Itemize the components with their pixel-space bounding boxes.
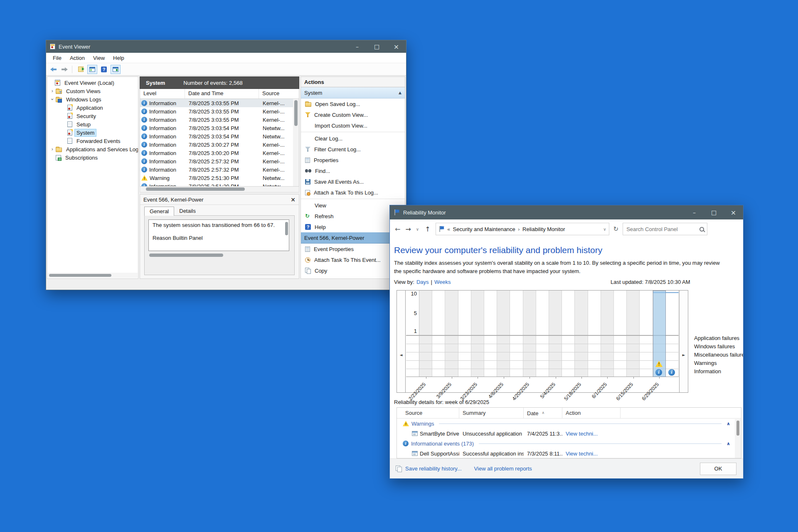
- actions-group-system[interactable]: System▲: [301, 87, 405, 99]
- close-button[interactable]: ×: [724, 205, 743, 219]
- tree-item-forwarded-events[interactable]: Forwarded Events: [47, 137, 138, 145]
- action-create-custom-view[interactable]: Create Custom View...: [301, 109, 405, 120]
- chart-week-column[interactable]: [510, 291, 523, 377]
- tab-general[interactable]: General: [144, 207, 174, 216]
- forward-icon[interactable]: →: [405, 225, 411, 233]
- event-viewer-titlebar[interactable]: Event Viewer – □ ×: [46, 40, 406, 53]
- chart-scroll-right-button[interactable]: ►: [679, 291, 688, 392]
- expanded-expander-icon[interactable]: ›: [49, 96, 55, 103]
- group-row-informational-events-173[interactable]: Informational events (173)∧: [397, 438, 741, 448]
- view-by-weeks-link[interactable]: Weeks: [434, 279, 451, 287]
- breadcrumb-reliability-monitor[interactable]: Reliability Monitor: [522, 226, 565, 232]
- show-action-pane-button[interactable]: [111, 65, 121, 74]
- chart-week-column[interactable]: [627, 291, 640, 377]
- tab-details[interactable]: Details: [174, 207, 201, 215]
- tree-item-subscriptions[interactable]: Subscriptions: [47, 153, 138, 162]
- chart-week-column[interactable]: [562, 291, 575, 377]
- maximize-button[interactable]: □: [367, 40, 387, 53]
- event-row[interactable]: Information7/8/2025 2:57:32 PMKernel-...: [140, 157, 299, 165]
- minimize-button[interactable]: –: [347, 40, 367, 53]
- search-icon[interactable]: [699, 227, 704, 232]
- tree-item-application[interactable]: Application: [47, 103, 138, 112]
- column-header-level[interactable]: Level: [140, 89, 185, 99]
- action-import-custom-view[interactable]: Import Custom View...: [301, 120, 405, 131]
- chart-week-column[interactable]: [445, 291, 458, 377]
- tree-hscroll-thumb[interactable]: [49, 274, 111, 277]
- save-reliability-history-link[interactable]: Save reliability history...: [405, 466, 462, 472]
- information-event-icon[interactable]: [668, 369, 675, 376]
- chart-week-column[interactable]: [484, 291, 497, 377]
- view-all-problem-reports-link[interactable]: View all problem reports: [474, 466, 532, 472]
- group-row-warnings[interactable]: Warnings∧: [397, 419, 741, 429]
- collapse-icon[interactable]: ▲: [399, 91, 401, 95]
- table-vscrollbar[interactable]: [735, 419, 741, 458]
- back-icon[interactable]: [50, 66, 57, 72]
- event-row[interactable]: Information7/8/2025 3:03:55 PMKernel-...: [140, 99, 299, 107]
- menu-help[interactable]: Help: [109, 53, 128, 63]
- tree-item-security[interactable]: Security: [47, 112, 138, 120]
- column-header-source[interactable]: Source: [259, 89, 299, 99]
- tree-item-setup[interactable]: Setup: [47, 120, 138, 128]
- vscroll-thumb[interactable]: [294, 100, 298, 126]
- tree-hscrollbar[interactable]: [48, 273, 138, 278]
- event-row[interactable]: Information7/8/2025 2:57:32 PMKernel-...: [140, 165, 299, 174]
- collapsed-expander-icon[interactable]: ›: [49, 146, 56, 152]
- collapsed-expander-icon[interactable]: ›: [49, 88, 56, 94]
- message-vscroll-thumb[interactable]: [285, 222, 288, 235]
- export-list-button[interactable]: [76, 65, 86, 74]
- collapse-group-icon[interactable]: ∧: [727, 441, 730, 446]
- close-button[interactable]: ×: [387, 40, 406, 53]
- chart-week-column[interactable]: [536, 291, 549, 377]
- event-detail-row[interactable]: SmartByte Driver...Unsuccessful applicat…: [397, 429, 741, 438]
- up-icon[interactable]: ↑: [425, 225, 430, 233]
- column-header-source[interactable]: Source: [397, 408, 459, 418]
- chart-week-column[interactable]: [666, 291, 679, 377]
- tree-item-event-viewer-local[interactable]: Event Viewer (Local): [47, 79, 138, 87]
- message-hscroll-thumb[interactable]: [149, 254, 223, 257]
- tree-item-applications-and-services-log[interactable]: ›Applications and Services Log: [47, 145, 138, 153]
- event-row[interactable]: Warning7/8/2025 2:51:30 PMNetwtw...: [140, 174, 299, 182]
- column-header-action[interactable]: Action: [562, 408, 621, 418]
- menu-file[interactable]: File: [49, 53, 66, 63]
- event-row[interactable]: Information7/8/2025 3:03:55 PMKernel-...: [140, 116, 299, 124]
- view-technical-details-link[interactable]: View techni...: [566, 431, 598, 437]
- ok-button[interactable]: OK: [700, 463, 736, 475]
- chart-week-column[interactable]: [588, 291, 601, 377]
- address-dropdown-icon[interactable]: ∨: [603, 227, 606, 232]
- action-save-all-events-as[interactable]: Save All Events As...: [301, 176, 405, 187]
- reliability-monitor-titlebar[interactable]: Reliability Monitor – □ ×: [390, 205, 743, 219]
- column-header-date[interactable]: Date∧: [524, 408, 562, 418]
- action-find[interactable]: Find...: [301, 165, 405, 176]
- collapse-group-icon[interactable]: ∧: [727, 421, 730, 426]
- search-input[interactable]: [626, 226, 699, 232]
- chart-week-column[interactable]: [458, 291, 471, 377]
- event-detail-row[interactable]: Dell SupportAssi...Successful applicatio…: [397, 448, 741, 458]
- view-technical-details-link[interactable]: View techni...: [566, 451, 598, 457]
- event-row[interactable]: Information7/8/2025 3:03:54 PMNetwtw...: [140, 132, 299, 140]
- close-detail-icon[interactable]: ×: [291, 196, 296, 203]
- recent-pages-icon[interactable]: ∨: [416, 227, 419, 232]
- column-header-summary[interactable]: Summary: [459, 408, 524, 418]
- tree-item-system[interactable]: System: [47, 128, 138, 137]
- chart-week-column[interactable]: [601, 291, 614, 377]
- address-bar[interactable]: « Security and Maintenance › Reliability…: [436, 223, 609, 235]
- event-row[interactable]: Information7/8/2025 2:51:20 PMNetwtw...: [140, 182, 299, 187]
- action-clear-log[interactable]: Clear Log...: [301, 133, 405, 144]
- back-icon[interactable]: ←: [395, 225, 400, 233]
- help-button[interactable]: [99, 65, 109, 74]
- information-event-icon[interactable]: [655, 369, 662, 376]
- forward-icon[interactable]: [61, 66, 68, 72]
- action-open-saved-log[interactable]: Open Saved Log...: [301, 99, 405, 109]
- table-vscroll-thumb[interactable]: [736, 421, 739, 436]
- chart-scroll-left-button[interactable]: ◄: [397, 291, 406, 392]
- chart-week-column[interactable]: [419, 291, 432, 377]
- menu-action[interactable]: Action: [66, 53, 89, 63]
- chart-week-column[interactable]: [471, 291, 484, 377]
- chart-week-column[interactable]: [640, 291, 653, 377]
- tree-item-custom-views[interactable]: ›Custom Views: [47, 87, 138, 95]
- action-filter-current-log[interactable]: Filter Current Log...: [301, 144, 405, 155]
- refresh-icon[interactable]: ↻: [613, 225, 619, 233]
- chart-week-column[interactable]: [432, 291, 445, 377]
- hscroll-thumb[interactable]: [146, 187, 245, 191]
- chart-week-column[interactable]: [549, 291, 562, 377]
